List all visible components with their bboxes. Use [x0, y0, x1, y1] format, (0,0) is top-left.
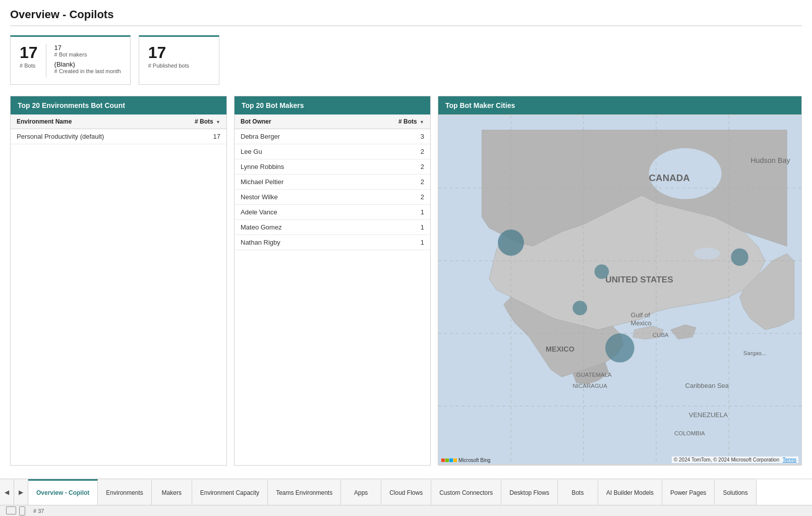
- map-credit-left: Microsoft Bing: [441, 457, 490, 463]
- bots-label: # Bots: [20, 63, 38, 69]
- map-credit: © 2024 TomTom, © 2024 Microsoft Corporat…: [672, 456, 798, 463]
- sort-arrow-makers: ▼: [420, 120, 424, 125]
- table-row[interactable]: Lynne Robbins2: [235, 159, 430, 175]
- terms-link[interactable]: Terms: [783, 457, 796, 463]
- svg-text:Mexico: Mexico: [631, 319, 652, 327]
- desktop-icon: [6, 506, 16, 514]
- bing-logo: [441, 458, 457, 462]
- published-bots-number: 17: [148, 44, 210, 62]
- svg-text:Sargas...: Sargas...: [743, 350, 767, 356]
- env-bot-panel: Top 20 Environments Bot Count Environmen…: [10, 96, 227, 466]
- table-row[interactable]: Debra Berger3: [235, 129, 430, 144]
- maker-count-cell: 1: [351, 235, 430, 250]
- tab-overview-copilot[interactable]: Overview - Copilot: [28, 479, 98, 505]
- bots-side: 17 # Bot makers (Blank) # Created in the…: [54, 44, 121, 77]
- maker-count-cell: 2: [351, 175, 430, 190]
- svg-text:NICARAGUA: NICARAGUA: [572, 383, 607, 389]
- svg-text:Gulf of: Gulf of: [631, 311, 651, 319]
- env-count-cell: 17: [167, 129, 226, 144]
- bot-makers-table: Bot Owner # Bots ▼ Debra Berger3Lee Gu2L…: [235, 114, 430, 250]
- tab-cloud-flows[interactable]: Cloud Flows: [381, 479, 431, 505]
- table-row[interactable]: Lee Gu2: [235, 144, 430, 159]
- page-title: Overview - Copilots: [10, 8, 802, 26]
- maker-count-cell: 2: [351, 144, 430, 159]
- maker-count-cell: 3: [351, 129, 430, 144]
- tab-apps[interactable]: Apps: [341, 479, 381, 505]
- env-bot-panel-header: Top 20 Environments Bot Count: [11, 96, 226, 114]
- table-row[interactable]: Michael Peltier2: [235, 175, 430, 190]
- tab-environments[interactable]: Environments: [98, 479, 151, 505]
- tab-environment-capacity[interactable]: Environment Capacity: [192, 479, 268, 505]
- tab-power-pages[interactable]: Power Pages: [662, 479, 715, 505]
- svg-text:Caribbean Sea: Caribbean Sea: [685, 382, 729, 389]
- env-name-col-header: Environment Name: [11, 114, 167, 129]
- bots-main: 17 # Bots: [20, 44, 46, 77]
- svg-text:CANADA: CANADA: [649, 173, 690, 183]
- table-row[interactable]: Nestor Wilke2: [235, 190, 430, 205]
- maker-name-cell: Nestor Wilke: [235, 190, 351, 205]
- page-count: # 37: [33, 508, 44, 514]
- svg-text:Hudson Bay: Hudson Bay: [750, 156, 790, 164]
- map-svg: CANADA Hudson Bay UNITED STATES MEXICO G…: [438, 114, 801, 465]
- svg-text:GUATEMALA: GUATEMALA: [576, 372, 612, 378]
- maker-name-cell: Michael Peltier: [235, 175, 351, 190]
- city-marker-east: [731, 249, 748, 266]
- panels-row: Top 20 Environments Bot Count Environmen…: [10, 96, 802, 466]
- svg-text:COLOMBIA: COLOMBIA: [674, 430, 705, 436]
- bots-stat-card: 17 # Bots 17 # Bot makers (Blank) # Crea…: [10, 35, 131, 85]
- main-content: Overview - Copilots 17 # Bots 17 # Bot m…: [0, 0, 812, 479]
- tab-desktop-flows[interactable]: Desktop Flows: [501, 479, 558, 505]
- city-marker-tx: [572, 301, 587, 315]
- maker-name-cell: Lee Gu: [235, 144, 351, 159]
- map-panel-header: Top Bot Maker Cities: [438, 96, 801, 114]
- map-panel: Top Bot Maker Cities: [438, 96, 802, 466]
- svg-text:UNITED STATES: UNITED STATES: [605, 274, 673, 284]
- bot-makers-item: 17 # Bot makers: [54, 44, 121, 58]
- created-last-month-label: # Created in the last month: [54, 68, 121, 74]
- bots-number: 17: [20, 44, 38, 62]
- created-last-month-item: (Blank) # Created in the last month: [54, 61, 121, 74]
- table-row[interactable]: Personal Productivity (default)17: [11, 129, 226, 144]
- device-icons: [6, 506, 25, 515]
- tab-makers[interactable]: Makers: [152, 479, 192, 505]
- table-row[interactable]: Nathan Rigby1: [235, 235, 430, 250]
- svg-point-2: [694, 248, 720, 259]
- bing-label: Microsoft Bing: [458, 457, 490, 463]
- maker-name-cell: Adele Vance: [235, 205, 351, 220]
- tab-bots[interactable]: Bots: [558, 479, 598, 505]
- svg-text:MEXICO: MEXICO: [546, 345, 574, 353]
- table-row[interactable]: Adele Vance1: [235, 205, 430, 220]
- maker-count-cell: 1: [351, 205, 430, 220]
- city-marker-mw: [595, 264, 609, 279]
- published-bots-card: 17 # Published bots: [139, 35, 219, 85]
- tab-teams-environments[interactable]: Teams Environments: [268, 479, 341, 505]
- map-container: CANADA Hudson Bay UNITED STATES MEXICO G…: [438, 114, 801, 465]
- city-marker-south: [605, 333, 634, 363]
- bots-count-col-header: # Bots ▼: [351, 114, 430, 129]
- bot-makers-number: 17: [54, 44, 121, 51]
- published-bots-label: # Published bots: [148, 63, 210, 69]
- maker-name-cell: Debra Berger: [235, 129, 351, 144]
- sort-arrow-env: ▼: [216, 120, 220, 125]
- env-bots-col-header: # Bots ▼: [167, 114, 226, 129]
- svg-text:CUBA: CUBA: [653, 332, 669, 338]
- table-row[interactable]: Mateo Gomez1: [235, 220, 430, 235]
- maker-count-cell: 1: [351, 220, 430, 235]
- tab-nav-prev[interactable]: ◀: [0, 479, 14, 505]
- created-last-month-number: (Blank): [54, 61, 121, 68]
- maker-count-cell: 2: [351, 190, 430, 205]
- bot-owner-col-header: Bot Owner: [235, 114, 351, 129]
- tab-solutions[interactable]: Solutions: [715, 479, 756, 505]
- phone-icon: [19, 506, 25, 515]
- svg-text:VENEZUELA: VENEZUELA: [689, 411, 728, 419]
- bot-makers-label: # Bot makers: [54, 51, 121, 58]
- maker-name-cell: Nathan Rigby: [235, 235, 351, 250]
- tab-ai-builder-models[interactable]: AI Builder Models: [598, 479, 662, 505]
- tab-bar: ◀ ▶ Overview - CopilotEnvironmentsMakers…: [0, 479, 812, 505]
- tab-custom-connectors[interactable]: Custom Connectors: [431, 479, 501, 505]
- maker-count-cell: 2: [351, 159, 430, 175]
- maker-name-cell: Lynne Robbins: [235, 159, 351, 175]
- tabs-list: Overview - CopilotEnvironmentsMakersEnvi…: [28, 479, 812, 505]
- env-bot-table: Environment Name # Bots ▼ Personal Produ…: [11, 114, 226, 144]
- tab-nav-next[interactable]: ▶: [14, 479, 28, 505]
